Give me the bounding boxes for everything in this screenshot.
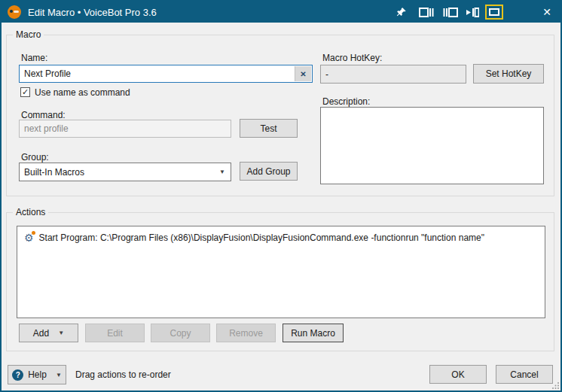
set-hotkey-button[interactable]: Set HotKey (473, 64, 544, 84)
move-window-to-monitor-icon[interactable] (463, 2, 482, 23)
voicebot-app-icon (8, 5, 21, 19)
add-action-button[interactable]: Add ▼ (19, 324, 78, 342)
name-input[interactable]: Next Profile ✕ (19, 65, 313, 83)
highlight-window-icon (489, 8, 499, 16)
clear-name-icon[interactable]: ✕ (295, 66, 311, 81)
action-list-item[interactable]: ⚙ Start Program: C:\Program Files (x86)\… (17, 226, 545, 243)
help-icon: ? (12, 369, 23, 381)
action-item-text: Start Program: C:\Program Files (x86)\Di… (39, 232, 484, 243)
command-value: next profile (24, 123, 69, 134)
name-value: Next Profile (24, 68, 71, 79)
window-right-monitor-icon[interactable] (440, 2, 461, 23)
pin-icon[interactable] (392, 2, 411, 23)
resize-grip[interactable] (551, 381, 560, 390)
window-title: Edit Macro • VoiceBot Pro 3.6 (28, 7, 157, 18)
edit-action-button[interactable]: Edit (85, 324, 145, 342)
group-label: Group: (21, 152, 49, 163)
dialog-body: Macro Name: Next Profile ✕ ✓ Use name as… (2, 23, 560, 390)
ok-button[interactable]: OK (429, 365, 487, 384)
window-right-monitor-icon (443, 8, 458, 17)
help-button[interactable]: ? Help ▼ (8, 365, 66, 384)
copy-action-button[interactable]: Copy (151, 324, 210, 342)
pin-icon (396, 7, 407, 17)
move-window-to-monitor-icon (466, 8, 479, 17)
use-name-checkbox[interactable]: ✓ (20, 87, 30, 97)
command-label: Command: (21, 110, 66, 120)
hotkey-value: - (325, 69, 328, 80)
help-label: Help (28, 369, 47, 380)
description-textarea[interactable] (320, 107, 544, 184)
use-name-checkbox-label[interactable]: Use name as command (35, 87, 130, 98)
window-left-monitor-icon (419, 8, 434, 17)
highlight-window-icon[interactable] (485, 5, 503, 20)
titlebar[interactable]: Edit Macro • VoiceBot Pro 3.6 (2, 2, 560, 23)
actions-legend: Actions (13, 207, 48, 217)
test-button[interactable]: Test (240, 119, 298, 138)
close-icon[interactable]: ✕ (536, 2, 557, 23)
drag-hint-text: Drag actions to re-order (75, 369, 171, 380)
actions-list[interactable]: ⚙ Start Program: C:\Program Files (x86)\… (17, 226, 545, 318)
add-group-button[interactable]: Add Group (240, 162, 298, 181)
add-action-label: Add (33, 328, 49, 339)
group-dropdown-value: Built-In Macros (24, 167, 84, 178)
group-dropdown[interactable]: Built-In Macros ▼ (19, 163, 231, 181)
remove-action-button[interactable]: Remove (216, 324, 276, 342)
gear-icon: ⚙ (24, 232, 34, 243)
hotkey-field[interactable]: - (320, 65, 466, 84)
description-label: Description: (322, 96, 370, 107)
cancel-button[interactable]: Cancel (496, 365, 553, 384)
hotkey-label: Macro HotKey: (322, 53, 382, 63)
run-macro-button[interactable]: Run Macro (283, 324, 344, 342)
command-input[interactable]: next profile (19, 120, 231, 138)
window-left-monitor-icon[interactable] (416, 2, 437, 23)
chevron-down-icon: ▼ (219, 169, 225, 175)
chevron-down-icon: ▼ (56, 372, 62, 378)
name-label: Name: (21, 53, 47, 63)
chevron-down-icon: ▼ (58, 330, 64, 336)
macro-legend: Macro (13, 29, 44, 40)
edit-macro-dialog: Edit Macro • VoiceBot Pro 3.6 (0, 0, 562, 392)
